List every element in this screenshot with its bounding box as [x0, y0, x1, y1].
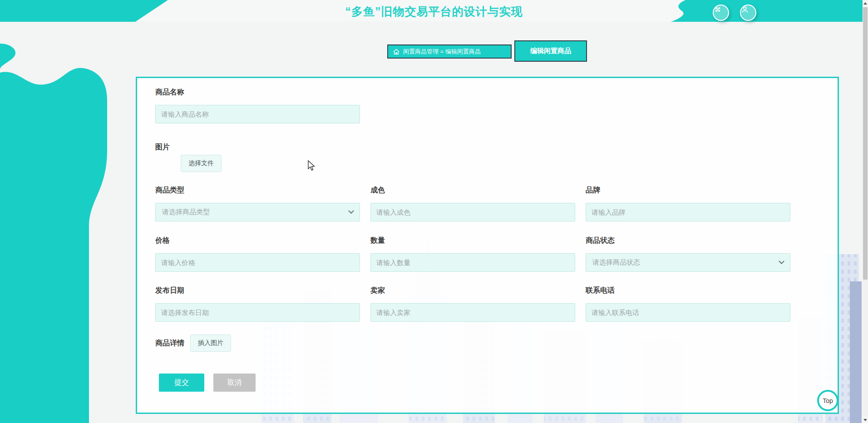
scroll-down-button[interactable] [863, 417, 868, 423]
arrow-down-icon [863, 419, 867, 421]
field-label-date: 发布日期 [155, 286, 360, 295]
field-quantity: 数量 [370, 236, 575, 272]
field-label-brand: 品牌 [586, 186, 790, 195]
scroll-up-button[interactable] [863, 0, 868, 6]
field-brand: 品牌 [586, 186, 790, 221]
field-label-quantity: 数量 [370, 236, 575, 246]
field-price: 价格 [155, 236, 360, 272]
field-label-name: 商品名称 [155, 88, 792, 97]
page-title: “多鱼”旧物交易平台的设计与实现 [0, 4, 868, 19]
back-to-top-button[interactable]: Top [817, 390, 838, 411]
field-label-condition: 成色 [370, 186, 575, 195]
condition-input[interactable] [370, 203, 575, 221]
edit-product-form: 商品名称 图片 选择文件 商品类型 请选择商品类型 成色 品牌 [136, 77, 839, 414]
type-select-value: 请选择商品类型 [162, 208, 210, 216]
field-label-detail: 商品详情 [155, 339, 184, 348]
status-select[interactable]: 请选择商品状态 [586, 253, 790, 272]
fullscreen-button[interactable] [713, 5, 729, 21]
submit-button[interactable]: 提交 [159, 374, 204, 392]
field-label-type: 商品类型 [155, 186, 360, 195]
breadcrumb[interactable]: 闲置商品管理 = 编辑闲置商品 [387, 44, 512, 59]
field-seller: 卖家 [370, 286, 575, 322]
cancel-button[interactable]: 取消 [213, 374, 256, 392]
breadcrumb-path: 闲置商品管理 = 编辑闲置商品 [403, 48, 481, 56]
brand-input[interactable] [586, 203, 790, 221]
arrow-up-icon [863, 2, 867, 5]
phone-input[interactable] [586, 303, 790, 322]
chevron-down-icon [779, 258, 784, 264]
insert-image-button[interactable]: 插入图片 [190, 334, 231, 352]
left-blob-decoration [0, 0, 109, 423]
field-label-image: 图片 [155, 143, 792, 152]
seller-input[interactable] [370, 303, 575, 322]
date-input[interactable] [155, 303, 360, 322]
form-actions: 提交 取消 [159, 374, 792, 392]
home-icon [393, 48, 400, 55]
tab-edit-product[interactable]: 编辑闲置商品 [514, 40, 587, 62]
field-label-status: 商品状态 [586, 236, 790, 246]
field-label-price: 价格 [155, 236, 360, 246]
field-date: 发布日期 [155, 286, 360, 322]
scrollbar-thumb[interactable] [863, 7, 868, 280]
fullscreen-icon [714, 5, 722, 14]
user-button[interactable] [740, 5, 756, 21]
header: “多鱼”旧物交易平台的设计与实现 [0, 0, 868, 22]
price-input[interactable] [155, 253, 360, 272]
chevron-down-icon [348, 208, 354, 214]
field-detail: 商品详情 插入图片 [155, 334, 792, 352]
field-label-phone: 联系电话 [586, 286, 790, 295]
field-phone: 联系电话 [586, 286, 790, 322]
user-icon [741, 5, 749, 14]
field-condition: 成色 [370, 186, 575, 221]
field-label-seller: 卖家 [370, 286, 575, 295]
type-select[interactable]: 请选择商品类型 [155, 203, 360, 221]
quantity-input[interactable] [370, 253, 575, 272]
field-type: 商品类型 请选择商品类型 [155, 186, 360, 221]
choose-file-button[interactable]: 选择文件 [181, 155, 222, 172]
field-status: 商品状态 请选择商品状态 [586, 236, 790, 272]
mouse-cursor [307, 160, 317, 172]
status-select-value: 请选择商品状态 [592, 258, 640, 267]
name-input[interactable] [155, 105, 360, 123]
scrollbar[interactable] [863, 0, 868, 423]
